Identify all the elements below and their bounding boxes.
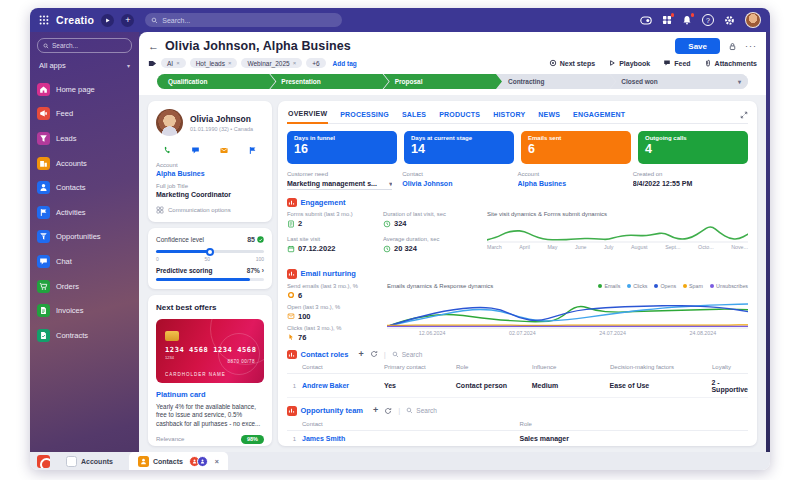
stage-contracting[interactable]: Contracting — [497, 74, 615, 89]
table-row[interactable]: 1 Andrew Baker Yes Contact person Medium… — [287, 374, 748, 398]
remove-tag-icon[interactable]: × — [176, 60, 180, 66]
all-apps-selector[interactable]: All apps ▾ — [39, 61, 130, 70]
attachments-button[interactable]: Attachments — [704, 59, 757, 67]
settings-button[interactable] — [724, 15, 735, 26]
tag-pill[interactable]: Webinar_2025× — [241, 58, 302, 68]
opportunity-team-table: Contact Role 1 James Smith Sales manager… — [287, 419, 748, 447]
stage-proposal[interactable]: Proposal — [384, 74, 502, 89]
stage-qualification[interactable]: Qualification — [157, 74, 275, 89]
chart-x-axis: 12.06.202402.07.202424.07.202424.08.2024 — [387, 330, 748, 336]
add-row-button[interactable]: + — [358, 350, 363, 359]
bell-icon — [682, 15, 692, 25]
sidebar-item-chat[interactable]: Chat — [37, 249, 132, 274]
stage-closed-won[interactable]: Closed won▾ — [610, 74, 748, 89]
back-button[interactable]: ← — [148, 40, 159, 52]
close-tab-icon[interactable]: × — [215, 458, 219, 465]
sidebar-item-feed[interactable]: Feed — [37, 102, 132, 127]
predictive-scoring-link[interactable]: 87%› — [247, 267, 264, 274]
app-launcher-button[interactable] — [662, 15, 672, 25]
tab-processing[interactable]: PROCESSING — [339, 108, 390, 123]
add-button[interactable]: + — [121, 14, 134, 27]
apps-grid-icon[interactable] — [39, 15, 49, 25]
follow-button[interactable] — [244, 144, 261, 156]
tag-pill[interactable]: AI× — [161, 58, 186, 68]
target-icon — [549, 59, 557, 67]
sidebar-item-invoices[interactable]: Invoices — [37, 298, 132, 323]
playbook-button[interactable]: Playbook — [608, 59, 650, 67]
email-dynamics-chart: Emails dynamics & Response dynamics Emai… — [387, 283, 748, 342]
contact-link[interactable]: James Smith — [302, 435, 520, 442]
table-search[interactable]: Search — [392, 351, 423, 358]
user-avatar[interactable] — [745, 12, 761, 28]
remove-tag-icon[interactable]: × — [293, 60, 297, 66]
tab-engagement[interactable]: ENGAGEMENT — [572, 108, 626, 123]
more-options-icon[interactable]: ··· — [745, 41, 757, 51]
feed-icon — [663, 59, 671, 67]
add-tag-button[interactable]: Add tag — [333, 60, 357, 67]
contact-photo[interactable] — [156, 109, 183, 136]
sidebar-item-orders[interactable]: Orders — [37, 274, 132, 299]
sidebar-search-input[interactable]: Search... — [37, 38, 132, 53]
expand-button[interactable] — [740, 111, 748, 119]
cti-phone-button[interactable] — [640, 16, 652, 25]
card-valid-thru: 8870 00/78 — [227, 359, 255, 364]
remove-tag-icon[interactable]: × — [228, 60, 232, 66]
tab-products[interactable]: PRODUCTS — [438, 108, 481, 123]
sidebar-item-accounts[interactable]: Accounts — [37, 151, 132, 176]
next-steps-button[interactable]: Next steps — [549, 59, 595, 67]
save-button[interactable]: Save — [675, 38, 720, 54]
communication-options[interactable]: Communication options — [156, 206, 264, 214]
stage-dropdown-icon[interactable]: ▾ — [738, 78, 741, 85]
help-button[interactable]: ? — [702, 14, 714, 26]
sidebar-item-leads[interactable]: Leads — [37, 126, 132, 151]
sidebar-item-contracts[interactable]: Contracts — [37, 323, 132, 348]
tag-pill[interactable]: Hot_leads× — [190, 58, 238, 68]
account-link[interactable]: Alpha Busines — [156, 170, 264, 177]
lock-button[interactable] — [728, 42, 737, 51]
offer-link[interactable]: Platinum card — [156, 390, 264, 399]
table-row[interactable]: 1 James Smith Sales manager — [287, 431, 748, 447]
header-actions: Next steps Playbook Feed Attachment — [549, 59, 757, 67]
email-button[interactable] — [216, 144, 233, 156]
chat-button[interactable] — [187, 144, 204, 156]
add-row-button[interactable]: + — [373, 406, 378, 415]
gear-icon — [724, 15, 735, 26]
confidence-slider[interactable] — [156, 250, 264, 253]
sidebar-item-opportunities[interactable]: Opportunities — [37, 225, 132, 250]
chart-x-label: 02.07.2024 — [509, 330, 536, 336]
notifications-button[interactable] — [682, 15, 692, 25]
tab-history[interactable]: HISTORY — [492, 108, 526, 123]
engagement-title[interactable]: Engagement — [301, 198, 346, 207]
refresh-button[interactable] — [370, 350, 378, 358]
customer-need-field[interactable]: Customer need Marketing management s...▾ — [287, 171, 402, 190]
taskbar-tab-contacts[interactable]: Contacts × — [129, 452, 228, 470]
stage-presentation[interactable]: Presentation — [270, 74, 388, 89]
table-search[interactable]: Search — [406, 407, 437, 414]
contact-link[interactable]: Olivia Johnson — [402, 180, 452, 187]
refresh-button[interactable] — [384, 407, 392, 415]
tab-overview[interactable]: OVERVIEW — [287, 107, 328, 124]
creatio-tile-icon[interactable] — [37, 455, 50, 468]
tab-news[interactable]: NEWS — [537, 108, 561, 123]
more-tags-pill[interactable]: +6 — [306, 58, 325, 68]
tab-sales[interactable]: SALES — [401, 108, 427, 123]
play-button[interactable] — [101, 14, 114, 27]
account-link[interactable]: Alpha Busines — [518, 180, 567, 187]
taskbar-tab-accounts[interactable]: Accounts — [57, 454, 122, 469]
refresh-icon — [384, 407, 392, 415]
feed-button[interactable]: Feed — [663, 59, 690, 67]
contact-roles-title[interactable]: Contact roles — [301, 350, 349, 359]
building-icon — [37, 157, 50, 170]
call-button[interactable] — [159, 144, 176, 156]
global-search-input[interactable]: Search... — [145, 13, 342, 27]
opportunity-team-title[interactable]: Opportunity team — [301, 406, 364, 415]
slider-handle[interactable] — [206, 248, 214, 256]
chart-x-label: June — [575, 244, 587, 250]
email-nurturing-title[interactable]: Email nurturing — [301, 269, 356, 278]
sidebar-item-activities[interactable]: Activities — [37, 200, 132, 225]
sidebar-item-contacts[interactable]: Contacts — [37, 175, 132, 200]
contact-link[interactable]: Andrew Baker — [302, 382, 384, 389]
sidebar-item-home-page[interactable]: Home page — [37, 77, 132, 102]
tags-icon[interactable] — [148, 59, 157, 68]
predictive-scoring-label: Predictive scoring — [156, 267, 212, 274]
